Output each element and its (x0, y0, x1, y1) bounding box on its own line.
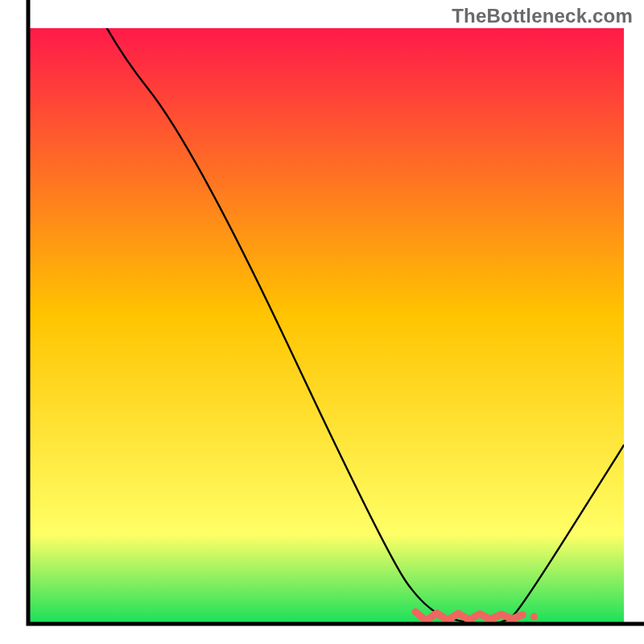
heat-gradient-bg (28, 28, 624, 624)
chart-frame: TheBottleneck.com [0,12,28,60,67,74,80,8… (0, 0, 644, 644)
attribution-watermark: TheBottleneck.com (452, 5, 633, 27)
bottleneck-chart (0, 0, 644, 644)
